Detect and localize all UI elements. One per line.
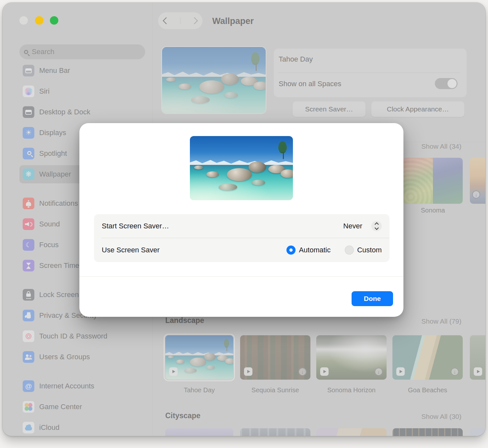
screen-saver-preview-image	[190, 136, 293, 200]
done-button[interactable]: Done	[352, 291, 393, 306]
radio-selected-icon	[286, 246, 296, 255]
radio-custom-label: Custom	[357, 246, 382, 254]
close-button[interactable]	[19, 16, 28, 25]
screen-saver-dialog: Start Screen Saver… Never Use Screen Sav…	[79, 123, 403, 317]
start-screen-saver-value: Never	[343, 222, 362, 230]
start-screen-saver-label: Start Screen Saver…	[102, 222, 343, 230]
radio-automatic[interactable]: Automatic	[286, 246, 331, 255]
radio-unselected-icon	[345, 246, 354, 255]
radio-automatic-label: Automatic	[299, 246, 331, 254]
start-screen-saver-row: Start Screen Saver… Never	[94, 214, 389, 238]
settings-window: Menu Bar Siri Desktop & Dock Displays Sp…	[3, 3, 485, 436]
radio-custom[interactable]: Custom	[345, 246, 382, 255]
zoom-button[interactable]	[50, 16, 58, 25]
use-screen-saver-row: Use Screen Saver Automatic Custom	[94, 238, 389, 262]
screen-saver-settings-card: Start Screen Saver… Never Use Screen Sav…	[94, 214, 389, 262]
dialog-footer-divider	[79, 276, 403, 277]
minimize-button[interactable]	[35, 16, 43, 25]
start-screen-saver-stepper[interactable]	[371, 221, 382, 231]
chevron-down-icon	[375, 226, 379, 230]
use-screen-saver-label: Use Screen Saver	[102, 246, 286, 254]
